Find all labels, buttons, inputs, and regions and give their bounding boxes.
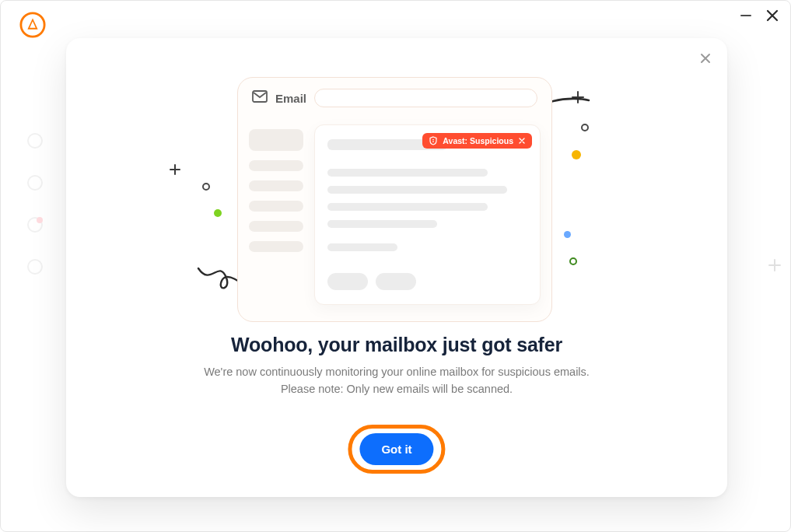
dot-icon [564, 231, 571, 238]
confirmation-modal: Email [66, 38, 727, 497]
inbox-list [249, 124, 303, 305]
close-icon [518, 137, 526, 145]
app-logo [19, 12, 46, 38]
ring-icon [202, 183, 210, 191]
modal-body-line: We're now continuously monitoring your o… [204, 366, 590, 378]
modal-body-line: Please note: Only new emails will be sca… [281, 383, 513, 395]
ring-icon [569, 257, 577, 265]
placeholder-line [327, 220, 437, 228]
inbox-body: Avast: Suspicious [238, 118, 551, 316]
cta-highlight-ring: Got it [348, 425, 445, 474]
cta-wrap: Got it [348, 425, 445, 474]
shield-icon [429, 136, 438, 145]
inbox-search-pill [314, 89, 537, 107]
sidebar-item-profile[interactable] [27, 259, 43, 275]
modal-body: We're now continuously monitoring your o… [113, 364, 681, 398]
modal-content: Woohoo, your mailbox just got safer We'r… [66, 334, 727, 398]
sidebar-item-explore[interactable] [27, 175, 43, 191]
suspicious-badge: Avast: Suspicious [422, 133, 532, 149]
placeholder-line [327, 203, 488, 211]
suspicious-badge-label: Avast: Suspicious [443, 136, 513, 145]
sidebar-item-notifications[interactable] [27, 217, 43, 233]
placeholder-chip [376, 273, 416, 290]
sidebar-item-home[interactable] [27, 133, 43, 149]
got-it-button[interactable]: Got it [359, 433, 433, 465]
placeholder-chips [327, 273, 527, 290]
svg-rect-3 [433, 141, 434, 142]
app-window: Email [0, 0, 791, 532]
inbox-header: Email [238, 78, 551, 118]
list-item [249, 221, 303, 232]
plus-icon [170, 164, 180, 175]
inbox-illustration: Email [237, 77, 552, 322]
list-item [249, 241, 303, 252]
placeholder-chip [327, 273, 368, 290]
placeholder-line [327, 243, 397, 251]
dot-icon [214, 209, 222, 217]
sidebar [27, 133, 43, 275]
window-close-button[interactable] [765, 9, 779, 23]
list-item [249, 129, 303, 151]
inbox-label: Email [275, 92, 306, 105]
modal-heading: Woohoo, your mailbox just got safer [113, 334, 681, 356]
inbox-preview: Avast: Suspicious [314, 124, 541, 305]
placeholder-line [327, 186, 507, 194]
list-item [249, 160, 303, 171]
modal-close-button[interactable] [699, 52, 712, 65]
illustration-area: Email [66, 77, 727, 334]
minimize-button[interactable] [740, 15, 751, 16]
placeholder-line [327, 169, 488, 177]
window-controls [740, 9, 779, 23]
svg-point-2 [433, 139, 435, 141]
list-item [249, 180, 303, 191]
list-item [249, 201, 303, 212]
mail-icon [252, 90, 268, 106]
